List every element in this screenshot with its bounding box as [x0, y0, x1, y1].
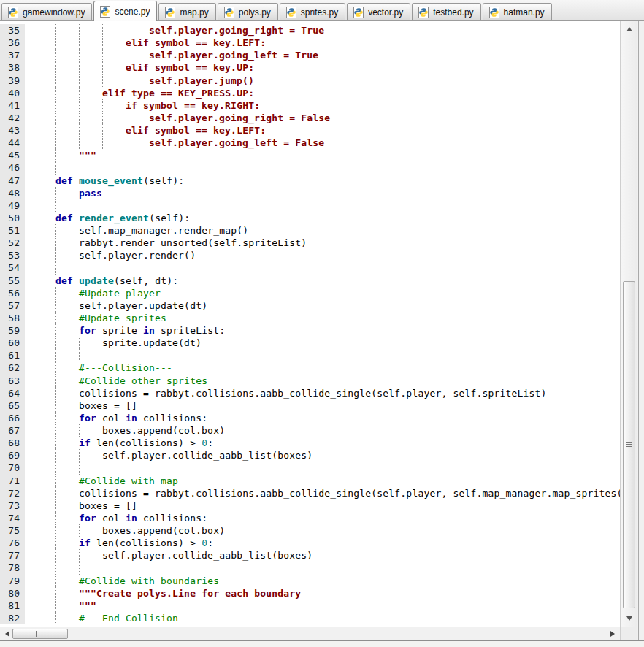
- scroll-up-icon[interactable]: [621, 24, 637, 34]
- code-text[interactable]: [25, 199, 620, 212]
- code-text[interactable]: collisions = rabbyt.collisions.aabb_coll…: [25, 487, 620, 499]
- horizontal-scrollbar-thumb[interactable]: [12, 629, 68, 639]
- code-line[interactable]: 81""": [0, 600, 620, 612]
- code-line[interactable]: 39self.player.jump(): [0, 74, 620, 87]
- code-text[interactable]: if symbol == key.RIGHT:: [25, 99, 620, 112]
- scroll-right-icon[interactable]: [607, 627, 618, 640]
- code-line[interactable]: 41if symbol == key.RIGHT:: [0, 99, 620, 112]
- code-line[interactable]: 82#---End Collision---: [0, 612, 620, 624]
- code-text[interactable]: boxes = []: [25, 399, 620, 412]
- code-text[interactable]: elif type == KEY_PRESS.UP:: [25, 87, 620, 99]
- code-line[interactable]: 66for col in collisions:: [0, 412, 620, 424]
- code-text[interactable]: rabbyt.render_unsorted(self.spriteList): [25, 237, 620, 249]
- code-text[interactable]: #Update sprites: [25, 312, 620, 324]
- code-line[interactable]: 38elif symbol == key.UP:: [0, 61, 620, 74]
- code-line[interactable]: 64collisions = rabbyt.collisions.aabb_co…: [0, 387, 620, 399]
- code-line[interactable]: 55def update(self, dt):: [0, 275, 620, 287]
- code-text[interactable]: self.player.collide_aabb_list(boxes): [25, 549, 620, 562]
- code-line[interactable]: 49: [0, 199, 620, 212]
- scroll-left-icon[interactable]: [2, 627, 12, 640]
- code-text[interactable]: self.player.collide_aabb_list(boxes): [25, 449, 620, 462]
- code-editor[interactable]: 35self.player.going_right = True36elif s…: [0, 21, 620, 627]
- code-text[interactable]: elif symbol == key.UP:: [25, 61, 620, 74]
- code-text[interactable]: boxes.append(col.box): [25, 424, 620, 437]
- code-text[interactable]: #Collide other sprites: [25, 375, 620, 387]
- code-text[interactable]: sprite.update(dt): [25, 337, 620, 349]
- code-line[interactable]: 60sprite.update(dt): [0, 337, 620, 349]
- code-line[interactable]: 63#Collide other sprites: [0, 375, 620, 387]
- code-text[interactable]: self.player.going_right = False: [25, 112, 620, 124]
- tab-sprites.py[interactable]: sprites.py: [280, 3, 345, 20]
- code-line[interactable]: 72collisions = rabbyt.collisions.aabb_co…: [0, 487, 620, 499]
- code-line[interactable]: 51self.map_manager.render_map(): [0, 224, 620, 237]
- code-line[interactable]: 57self.player.update(dt): [0, 299, 620, 312]
- code-line[interactable]: 68if len(collisions) > 0:: [0, 437, 620, 449]
- code-text[interactable]: #Update player: [25, 287, 620, 299]
- code-text[interactable]: self.map_manager.render_map(): [25, 224, 620, 237]
- code-line[interactable]: 75boxes.append(col.box): [0, 524, 620, 537]
- code-line[interactable]: 35self.player.going_right = True: [0, 24, 620, 37]
- tab-testbed.py[interactable]: testbed.py: [412, 3, 480, 20]
- code-text[interactable]: pass: [25, 187, 620, 199]
- code-text[interactable]: """: [25, 600, 620, 612]
- code-text[interactable]: """Create polys.Line for each boundary: [25, 587, 620, 600]
- code-text[interactable]: self.player.update(dt): [25, 299, 620, 312]
- code-line[interactable]: 62#---Collision---: [0, 361, 620, 374]
- code-line[interactable]: 53self.player.render(): [0, 249, 620, 261]
- tab-polys.py[interactable]: polys.py: [218, 3, 278, 20]
- code-line[interactable]: 37self.player.going_left = True: [0, 49, 620, 61]
- code-line[interactable]: 42self.player.going_right = False: [0, 112, 620, 124]
- tab-vector.py[interactable]: vector.py: [347, 3, 410, 20]
- code-text[interactable]: self.player.jump(): [25, 74, 620, 87]
- code-line[interactable]: 50def render_event(self):: [0, 212, 620, 224]
- tab-map.py[interactable]: map.py: [158, 3, 215, 20]
- code-line[interactable]: 48pass: [0, 187, 620, 199]
- vertical-scrollbar-thumb[interactable]: [623, 281, 635, 608]
- code-line[interactable]: 69self.player.collide_aabb_list(boxes): [0, 449, 620, 462]
- code-line[interactable]: 56#Update player: [0, 287, 620, 299]
- code-line[interactable]: 74for col in collisions:: [0, 512, 620, 524]
- code-line[interactable]: 80"""Create polys.Line for each boundary: [0, 587, 620, 600]
- code-line[interactable]: 77self.player.collide_aabb_list(boxes): [0, 549, 620, 562]
- tab-gamewindow.py[interactable]: gamewindow.py: [1, 3, 92, 20]
- code-text[interactable]: self.player.going_left = False: [25, 137, 620, 149]
- code-line[interactable]: 76if len(collisions) > 0:: [0, 537, 620, 549]
- code-text[interactable]: [25, 161, 620, 174]
- code-text[interactable]: for col in collisions:: [25, 412, 620, 424]
- code-line[interactable]: 47def mouse_event(self):: [0, 175, 620, 187]
- code-line[interactable]: 70: [0, 462, 620, 474]
- code-line[interactable]: 40elif type == KEY_PRESS.UP:: [0, 87, 620, 99]
- code-text[interactable]: #Collide with boundaries: [25, 575, 620, 587]
- code-line[interactable]: 71#Collide with map: [0, 475, 620, 487]
- code-text[interactable]: #Collide with map: [25, 475, 620, 487]
- code-text[interactable]: def render_event(self):: [25, 212, 620, 224]
- code-line[interactable]: 46: [0, 161, 620, 174]
- code-text[interactable]: [25, 261, 620, 274]
- code-line[interactable]: 45""": [0, 149, 620, 161]
- code-text[interactable]: [25, 562, 620, 574]
- code-text[interactable]: """: [25, 149, 620, 161]
- code-line[interactable]: 79#Collide with boundaries: [0, 575, 620, 587]
- code-text[interactable]: if len(collisions) > 0:: [25, 537, 620, 549]
- code-line[interactable]: 44self.player.going_left = False: [0, 137, 620, 149]
- code-text[interactable]: boxes.append(col.box): [25, 524, 620, 537]
- code-text[interactable]: for col in collisions:: [25, 512, 620, 524]
- code-line[interactable]: 65boxes = []: [0, 399, 620, 412]
- code-line[interactable]: 54: [0, 261, 620, 274]
- code-text[interactable]: [25, 349, 620, 361]
- vertical-scrollbar[interactable]: [620, 21, 637, 627]
- scroll-down-icon[interactable]: [621, 613, 637, 624]
- code-line[interactable]: 61: [0, 349, 620, 361]
- code-text[interactable]: for sprite in spriteList:: [25, 324, 620, 337]
- tab-hatman.py[interactable]: hatman.py: [483, 3, 552, 20]
- code-text[interactable]: self.player.going_left = True: [25, 49, 620, 61]
- code-line[interactable]: 67boxes.append(col.box): [0, 424, 620, 437]
- code-text[interactable]: #---Collision---: [25, 361, 620, 374]
- code-text[interactable]: elif symbol == key.LEFT:: [25, 37, 620, 49]
- code-text[interactable]: #---End Collision---: [25, 612, 620, 624]
- code-text[interactable]: collisions = rabbyt.collisions.aabb_coll…: [25, 387, 620, 399]
- code-text[interactable]: elif symbol == key.LEFT:: [25, 124, 620, 137]
- horizontal-scrollbar[interactable]: [0, 627, 620, 640]
- code-line[interactable]: 78: [0, 562, 620, 574]
- code-text[interactable]: [25, 462, 620, 474]
